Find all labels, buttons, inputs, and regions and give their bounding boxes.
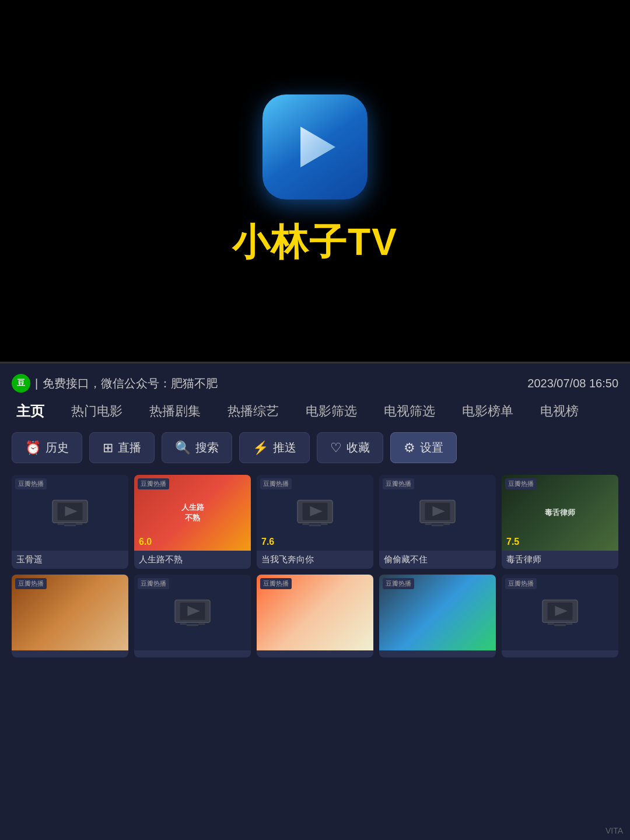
card-badge: 豆瓣热播: [15, 478, 47, 489]
search-icon: 🔍: [175, 440, 191, 456]
card-title: [12, 650, 128, 657]
card-badge: 豆瓣热播: [260, 578, 292, 589]
card-title: [502, 650, 618, 657]
card-toutou[interactable]: 豆瓣热播 偷偷藏不住: [379, 475, 496, 569]
settings-icon: ⚙: [404, 440, 415, 456]
svg-rect-23: [187, 624, 199, 626]
push-button[interactable]: ⚡ 推送: [239, 432, 310, 463]
live-label: 直播: [118, 440, 141, 456]
card-overlay: 人生路不熟: [181, 502, 204, 523]
douban-logo: 豆: [12, 374, 30, 393]
card-title: [257, 650, 373, 657]
top-section: 小林子TV: [0, 0, 630, 362]
nav-item-movie-filter[interactable]: 电影筛选: [301, 400, 362, 422]
play-icon: [286, 118, 344, 176]
content-grid-row2: 豆瓣热播 豆瓣热播: [12, 575, 618, 657]
card-row2-4[interactable]: 豆瓣热播: [379, 575, 496, 657]
favorite-icon: ♡: [330, 440, 342, 456]
card-row2-1[interactable]: 豆瓣热播: [12, 575, 128, 657]
card-dushe[interactable]: 豆瓣热播 毒舌律师 7.5 毒舌律师: [502, 475, 618, 569]
nav-item-hot-variety[interactable]: 热播综艺: [223, 400, 284, 422]
push-icon: ⚡: [253, 440, 268, 456]
nav-item-home[interactable]: 主页: [12, 400, 49, 423]
favorite-label: 收藏: [346, 440, 370, 456]
nav-bar: 主页 热门电影 热播剧集 热播综艺 电影筛选 电视筛选 电影榜单 电视榜: [12, 400, 618, 423]
app-title: 小林子TV: [232, 217, 398, 268]
datetime: 2023/07/08 16:50: [527, 377, 618, 390]
settings-label: 设置: [420, 440, 443, 456]
svg-rect-5: [64, 524, 76, 526]
top-bar-description: 免费接口，微信公众号：肥猫不肥: [43, 376, 218, 391]
card-badge: 豆瓣热播: [383, 478, 414, 489]
card-title: 当我飞奔向你: [257, 551, 373, 569]
card-title: 玉骨遥: [12, 551, 128, 569]
card-row2-5[interactable]: 豆瓣热播: [502, 575, 618, 657]
nav-item-movie-rank[interactable]: 电影榜单: [457, 400, 518, 422]
card-badge: 豆瓣热播: [505, 478, 537, 489]
card-score: 6.0: [139, 537, 152, 547]
card-title: 偷偷藏不住: [379, 551, 496, 569]
favorite-button[interactable]: ♡ 收藏: [317, 432, 383, 463]
top-bar-separator: |: [35, 377, 38, 390]
search-button[interactable]: 🔍 搜索: [162, 432, 232, 463]
history-icon: ⏰: [25, 440, 41, 456]
card-renshenglu[interactable]: 豆瓣热播 人生路不熟 6.0 人生路不熟: [134, 475, 251, 569]
svg-rect-29: [554, 624, 566, 626]
app-icon: [262, 94, 368, 200]
card-badge: 豆瓣热播: [138, 478, 169, 489]
card-title: [134, 650, 251, 657]
card-badge: 豆瓣热播: [15, 578, 47, 589]
card-badge: 豆瓣热播: [505, 578, 537, 589]
card-title: 毒舌律师: [502, 551, 618, 569]
search-label: 搜索: [195, 440, 219, 456]
content-grid-row1: 豆瓣热播 玉骨遥 豆瓣热播 人生路不熟 6.: [12, 475, 618, 569]
card-score: 7.6: [261, 537, 274, 547]
history-button[interactable]: ⏰ 历史: [12, 432, 82, 463]
card-overlay: 毒舌律师: [545, 508, 575, 518]
live-button[interactable]: ⊞ 直播: [89, 432, 155, 463]
top-bar-left: 豆 | 免费接口，微信公众号：肥猫不肥: [12, 374, 218, 393]
card-badge: 豆瓣热播: [383, 578, 414, 589]
history-label: 历史: [46, 440, 69, 456]
tv-section: 豆 | 免费接口，微信公众号：肥猫不肥 2023/07/08 16:50 主页 …: [0, 363, 630, 840]
svg-rect-11: [309, 524, 321, 526]
card-badge: 豆瓣热播: [260, 478, 292, 489]
nav-item-tv-filter[interactable]: 电视筛选: [379, 400, 440, 422]
card-badge: 豆瓣热播: [138, 578, 169, 589]
card-row2-2[interactable]: 豆瓣热播: [134, 575, 251, 657]
nav-item-hot-series[interactable]: 热播剧集: [145, 400, 205, 422]
card-dangwo[interactable]: 豆瓣热播 7.6 当我飞奔向你: [257, 475, 373, 569]
push-label: 推送: [273, 440, 296, 456]
card-yuguyao[interactable]: 豆瓣热播 玉骨遥: [12, 475, 128, 569]
nav-item-tv-rank[interactable]: 电视榜: [536, 400, 583, 422]
svg-rect-17: [432, 524, 444, 526]
top-bar: 豆 | 免费接口，微信公众号：肥猫不肥 2023/07/08 16:50: [12, 374, 618, 393]
watermark: VITA: [606, 826, 623, 835]
live-icon: ⊞: [103, 440, 113, 456]
card-title: [379, 650, 496, 657]
action-bar: ⏰ 历史 ⊞ 直播 🔍 搜索 ⚡ 推送 ♡ 收藏 ⚙ 设置: [12, 432, 618, 463]
settings-button[interactable]: ⚙ 设置: [390, 432, 457, 463]
nav-item-hot-movie[interactable]: 热门电影: [66, 400, 127, 422]
card-row2-3[interactable]: 豆瓣热播: [257, 575, 373, 657]
card-score: 7.5: [506, 537, 519, 547]
card-title: 人生路不熟: [134, 551, 251, 569]
